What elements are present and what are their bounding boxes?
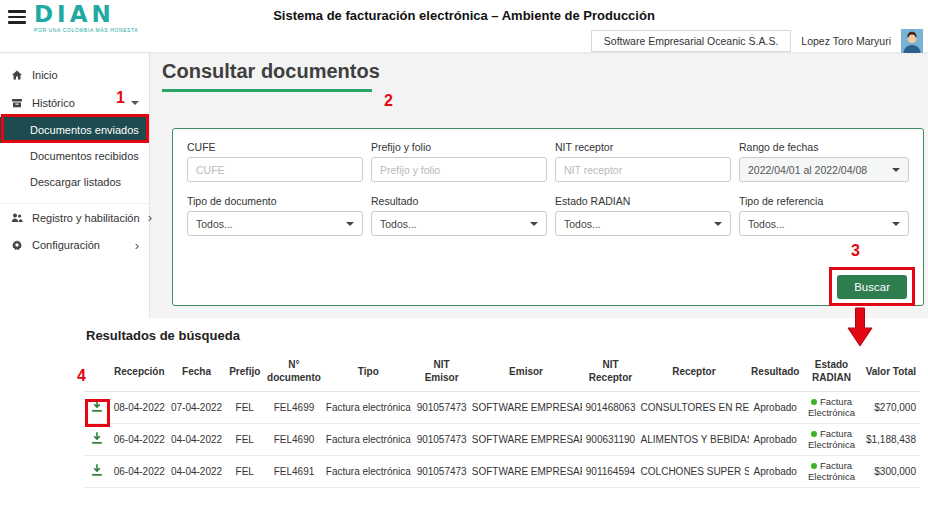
buscar-button[interactable]: Buscar bbox=[837, 275, 907, 299]
tipo-referencia-value: Todos... bbox=[748, 218, 785, 230]
resultado-select[interactable]: Todos... bbox=[371, 211, 547, 236]
prefijo-folio-field: Prefijo y folio bbox=[371, 141, 547, 182]
table-header-row: Recepción Fecha Prefijo N° documento Tip… bbox=[84, 353, 920, 391]
results-title: Resultados de búsqueda bbox=[86, 328, 928, 343]
cell-fecha: 04-04-2022 bbox=[168, 423, 224, 455]
download-button[interactable] bbox=[90, 399, 104, 416]
cell-nit-receptor: 901468063 bbox=[582, 391, 638, 423]
dian-logo-tagline: POR UNA COLOMBIA MÁS HONESTA bbox=[34, 28, 138, 33]
page-title: Consultar documentos bbox=[162, 60, 928, 83]
column-header: N° documento bbox=[265, 353, 323, 391]
chevron-down-icon bbox=[530, 222, 538, 226]
nit-receptor-field: NIT receptor bbox=[555, 141, 731, 182]
sidebar-item-registro-habilitacion[interactable]: Registro y habilitación › bbox=[0, 203, 149, 231]
rango-fechas-field: Rango de fechas 2022/04/01 al 2022/04/08 bbox=[739, 141, 909, 182]
cell-nit-receptor: 901164594 bbox=[582, 455, 638, 487]
cell-tipo: Factura electrónica bbox=[323, 455, 413, 487]
prefijo-folio-label: Prefijo y folio bbox=[371, 141, 547, 153]
cell-valor-total: $270,000 bbox=[862, 391, 920, 423]
cell-fecha: 04-04-2022 bbox=[168, 455, 224, 487]
estado-radian-select[interactable]: Todos... bbox=[555, 211, 731, 236]
resultado-label: Resultado bbox=[371, 195, 547, 207]
cufe-input[interactable] bbox=[187, 157, 363, 182]
sidebar-item-documentos-recibidos[interactable]: Documentos recibidos bbox=[0, 143, 149, 169]
table-row: 08-04-2022 07-04-2022 FEL FEL4699 Factur… bbox=[84, 391, 920, 423]
sidebar-item-label: Descargar listados bbox=[30, 176, 121, 188]
chevron-down-icon bbox=[892, 168, 900, 172]
tipo-referencia-label: Tipo de referencia bbox=[739, 195, 909, 207]
cufe-label: CUFE bbox=[187, 141, 363, 153]
user-name[interactable]: Lopez Toro Maryuri bbox=[801, 35, 891, 47]
app-title: Sistema de facturación electrónica – Amb… bbox=[0, 8, 928, 23]
tipo-documento-field: Tipo de documento Todos... bbox=[187, 195, 363, 236]
sidebar-item-configuracion[interactable]: Configuración › bbox=[0, 231, 149, 259]
column-header-download bbox=[84, 353, 110, 391]
cell-estado-radian: Factura Electrónica bbox=[801, 455, 861, 487]
results-section: Resultados de búsqueda Recepción Fecha P… bbox=[0, 318, 928, 507]
sidebar-item-historico[interactable]: Histórico bbox=[0, 89, 149, 117]
sidebar: Inicio Histórico Documentos enviados Doc… bbox=[0, 52, 150, 318]
cell-resultado: Aprobado bbox=[749, 423, 801, 455]
table-row: 06-04-2022 04-04-2022 FEL FEL4690 Factur… bbox=[84, 423, 920, 455]
sidebar-item-descargar-listados[interactable]: Descargar listados bbox=[0, 169, 149, 195]
column-header: NIT Receptor bbox=[582, 353, 638, 391]
download-button[interactable] bbox=[90, 431, 104, 448]
estado-radian-field: Estado RADIAN Todos... bbox=[555, 195, 731, 236]
nit-receptor-label: NIT receptor bbox=[555, 141, 731, 153]
status-dot bbox=[811, 431, 817, 437]
avatar[interactable] bbox=[901, 29, 923, 53]
sidebar-item-inicio[interactable]: Inicio bbox=[0, 61, 149, 89]
sidebar-item-documentos-enviados[interactable]: Documentos enviados bbox=[0, 117, 149, 143]
column-header: Tipo bbox=[323, 353, 413, 391]
users-icon bbox=[10, 212, 24, 224]
top-bar: DIAN POR UNA COLOMBIA MÁS HONESTA Sistem… bbox=[0, 0, 928, 52]
tipo-documento-label: Tipo de documento bbox=[187, 195, 363, 207]
tipo-documento-value: Todos... bbox=[196, 218, 233, 230]
tipo-referencia-select[interactable]: Todos... bbox=[739, 211, 909, 236]
resultado-value: Todos... bbox=[380, 218, 417, 230]
cell-nit-receptor: 900631190 bbox=[582, 423, 638, 455]
content-row: Inicio Histórico Documentos enviados Doc… bbox=[0, 52, 928, 318]
cell-prefijo: FEL bbox=[225, 423, 265, 455]
cell-resultado: Aprobado bbox=[749, 455, 801, 487]
cufe-field: CUFE bbox=[187, 141, 363, 182]
cell-receptor: CONSULTORES EN RE... bbox=[639, 391, 750, 423]
date-range-select[interactable]: 2022/04/01 al 2022/04/08 bbox=[739, 157, 909, 182]
table-row: 06-04-2022 04-04-2022 FEL FEL4691 Factur… bbox=[84, 455, 920, 487]
chevron-right-icon: › bbox=[135, 239, 139, 252]
chevron-down-icon bbox=[131, 101, 139, 105]
main-content: Consultar documentos CUFE Prefijo y foli… bbox=[150, 52, 928, 318]
sidebar-item-label: Histórico bbox=[32, 97, 75, 109]
cell-emisor: SOFTWARE EMPRESARI... bbox=[470, 455, 583, 487]
column-header: Prefijo bbox=[225, 353, 265, 391]
cell-recepcion: 06-04-2022 bbox=[110, 423, 168, 455]
prefijo-folio-input[interactable] bbox=[371, 157, 547, 182]
cell-nit-emisor: 901057473 bbox=[414, 455, 470, 487]
sidebar-item-label: Documentos recibidos bbox=[30, 150, 139, 162]
resultado-field: Resultado Todos... bbox=[371, 195, 547, 236]
cell-tipo: Factura electrónica bbox=[323, 391, 413, 423]
cell-receptor: ALIMENTOS Y BEBIDAS ... bbox=[639, 423, 750, 455]
date-range-value: 2022/04/01 al 2022/04/08 bbox=[748, 164, 867, 176]
sidebar-item-label: Inicio bbox=[32, 69, 58, 81]
sidebar-item-label: Configuración bbox=[32, 239, 100, 251]
cell-fecha: 07-04-2022 bbox=[168, 391, 224, 423]
gear-icon bbox=[10, 239, 24, 251]
estado-radian-value: Todos... bbox=[564, 218, 601, 230]
download-button[interactable] bbox=[90, 463, 104, 480]
column-header: NIT Emisor bbox=[414, 353, 470, 391]
tipo-documento-select[interactable]: Todos... bbox=[187, 211, 363, 236]
home-icon bbox=[10, 69, 24, 81]
rango-fechas-label: Rango de fechas bbox=[739, 141, 909, 153]
cell-resultado: Aprobado bbox=[749, 391, 801, 423]
cell-emisor: SOFTWARE EMPRESARI... bbox=[470, 391, 583, 423]
column-header: Estado RADIAN bbox=[801, 353, 861, 391]
column-header: Receptor bbox=[639, 353, 750, 391]
user-strip: Software Empresarial Oceanic S.A.S. Lope… bbox=[591, 29, 923, 53]
cell-n-documento: FEL4691 bbox=[265, 455, 323, 487]
nit-receptor-input[interactable] bbox=[555, 157, 731, 182]
status-dot bbox=[811, 463, 817, 469]
results-table: Recepción Fecha Prefijo N° documento Tip… bbox=[84, 353, 920, 488]
screen: DIAN POR UNA COLOMBIA MÁS HONESTA Sistem… bbox=[0, 0, 928, 507]
cell-valor-total: $1,188,438 bbox=[862, 423, 920, 455]
